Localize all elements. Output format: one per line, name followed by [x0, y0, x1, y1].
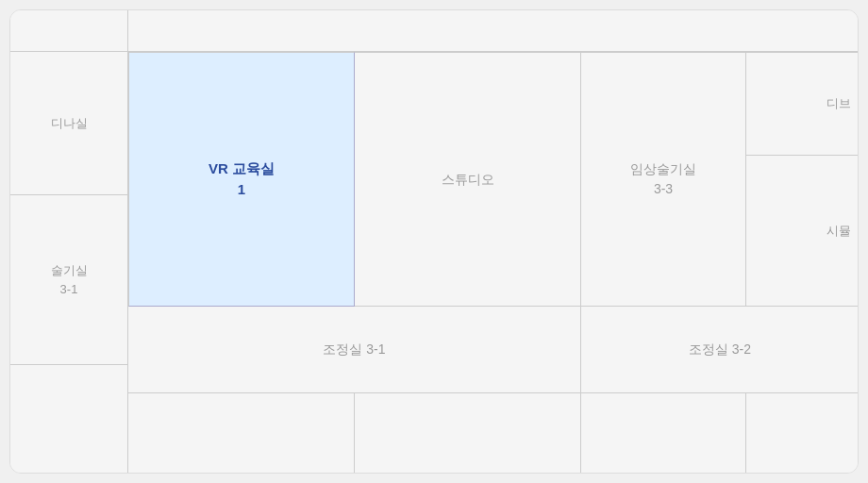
room-control-3-1[interactable]: 조정실 3-1: [128, 307, 581, 393]
left-bottom-area: [10, 365, 128, 474]
room-simulation: 시뮬: [746, 156, 859, 307]
room-control-3-2-label: 조정실 3-2: [689, 340, 751, 359]
top-corridor: [128, 10, 859, 52]
room-clinical-label: 임상술기실 3-3: [630, 159, 696, 199]
room-right-top-label: 디브: [826, 95, 851, 112]
room-vr[interactable]: VR 교육실 1: [128, 52, 355, 307]
room-control-3-2[interactable]: 조정실 3-2: [581, 307, 859, 393]
room-skill-left-label: 술기실 3-1: [51, 261, 88, 298]
room-right-top: 디브: [746, 52, 859, 156]
room-clinical-3-3[interactable]: 임상술기실 3-3: [581, 52, 746, 307]
room-vr-label: VR 교육실 1: [209, 158, 275, 201]
room-studio[interactable]: 스튜디오: [355, 52, 581, 307]
bottom-room-4: [746, 393, 859, 474]
room-seminar-label: 디나실: [51, 114, 88, 133]
room-skill-left: 술기실 3-1: [10, 195, 128, 365]
room-seminar: 디나실: [10, 52, 128, 195]
bottom-room-2: [355, 393, 581, 474]
room-control-3-1-label: 조정실 3-1: [323, 340, 385, 359]
room-simulation-label: 시뮬: [826, 223, 851, 240]
bottom-room-3: [581, 393, 746, 474]
bottom-room-1: [128, 393, 355, 474]
left-top-area: [10, 10, 128, 52]
room-studio-label: 스튜디오: [442, 170, 494, 190]
floor-map: 디나실 술기실 3-1 VR 교육실 1 스튜디오 임상술기실 3-3 디브 시…: [9, 9, 859, 474]
